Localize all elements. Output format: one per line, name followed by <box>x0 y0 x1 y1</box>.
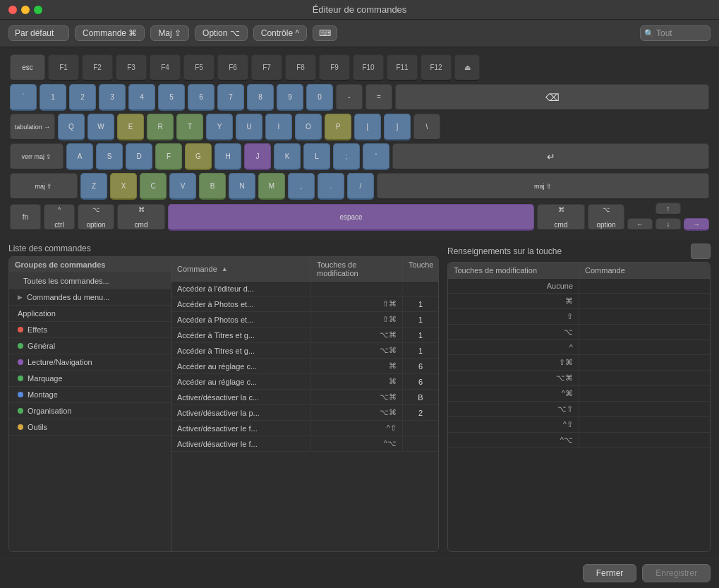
key-v[interactable]: V <box>169 173 196 200</box>
cmd-button[interactable]: Commande ⌘ <box>75 25 145 41</box>
key-cmd-right[interactable]: ⌘cmd <box>537 204 585 231</box>
key-m[interactable]: M <box>258 173 285 200</box>
key-1[interactable]: 1 <box>40 84 66 111</box>
info-row-ctrl-opt[interactable]: ^⌥ <box>448 433 710 448</box>
key-x[interactable]: X <box>110 173 137 200</box>
key-arrow-up[interactable]: ↑ <box>655 203 681 215</box>
info-row-ctrl-shift[interactable]: ^⇧ <box>448 417 710 433</box>
key-8[interactable]: 8 <box>247 84 274 111</box>
cmd-row-5[interactable]: Accéder au réglage c... ⌘ 6 <box>171 359 438 374</box>
key-y[interactable]: Y <box>206 114 233 140</box>
info-row-ctrl[interactable]: ^ <box>448 340 710 355</box>
cmd-row-7[interactable]: Activer/désactiver la c... ⌥⌘ B <box>171 390 438 405</box>
key-f11[interactable]: F11 <box>387 54 418 81</box>
group-effets[interactable]: Effets <box>9 322 171 338</box>
key-arrow-right[interactable]: → <box>684 218 709 231</box>
key-f5[interactable]: F5 <box>183 54 215 81</box>
cmd-row-6[interactable]: Accéder au réglage c... ⌘ 6 <box>171 374 438 390</box>
key-slash[interactable]: / <box>347 173 374 200</box>
key-f9[interactable]: F9 <box>319 54 350 81</box>
group-montage[interactable]: Montage <box>9 387 171 403</box>
close-button[interactable]: Fermer <box>583 564 637 582</box>
info-row-opt-cmd[interactable]: ⌥⌘ <box>448 371 710 386</box>
key-quote[interactable]: ' <box>363 143 389 170</box>
key-comma[interactable]: , <box>288 173 315 200</box>
key-space[interactable]: espace <box>168 204 534 231</box>
cmd-row-4[interactable]: Accéder à Titres et g... ⌥⌘ 1 <box>171 343 438 359</box>
key-option-left[interactable]: ⌥option <box>78 204 114 231</box>
key-l[interactable]: L <box>303 143 330 170</box>
key-arrow-down[interactable]: ↓ <box>655 218 681 231</box>
key-k[interactable]: K <box>274 143 301 170</box>
info-row-shift[interactable]: ⇧ <box>448 309 710 325</box>
key-f7[interactable]: F7 <box>251 54 282 81</box>
cmd-row-10[interactable]: Activer/désactiver le f... ^⌥ <box>171 436 438 452</box>
key-eject[interactable]: ⏏ <box>454 54 480 81</box>
minimize-button[interactable] <box>21 6 30 14</box>
key-h[interactable]: H <box>215 143 241 170</box>
key-j[interactable]: J <box>244 143 271 170</box>
key-c[interactable]: C <box>140 173 167 200</box>
key-u[interactable]: U <box>236 114 262 140</box>
key-f3[interactable]: F3 <box>116 54 147 81</box>
info-row-ctrl-cmd[interactable]: ^⌘ <box>448 386 710 402</box>
group-application[interactable]: Application <box>9 306 171 322</box>
key-tab[interactable]: tabulation → <box>10 114 55 140</box>
maximize-button[interactable] <box>34 6 42 14</box>
cmd-row-2[interactable]: Accéder à Photos et... ⇧⌘ 1 <box>171 312 438 328</box>
key-i[interactable]: I <box>265 114 292 140</box>
cmd-row-3[interactable]: Accéder à Titres et g... ⌥⌘ 1 <box>171 328 438 343</box>
key-f[interactable]: F <box>155 143 182 170</box>
key-z[interactable]: Z <box>80 173 107 200</box>
key-s[interactable]: S <box>96 143 123 170</box>
key-e[interactable]: E <box>117 114 144 140</box>
key-6[interactable]: 6 <box>188 84 215 111</box>
key-9[interactable]: 9 <box>277 84 303 111</box>
preset-select[interactable]: Par défaut <box>8 25 69 41</box>
key-minus[interactable]: - <box>336 84 363 111</box>
key-arrow-left[interactable]: ← <box>627 218 653 231</box>
info-row-opt-shift[interactable]: ⌥⇧ <box>448 402 710 417</box>
info-row-option[interactable]: ⌥ <box>448 325 710 340</box>
search-input[interactable] <box>640 25 711 41</box>
cmd-row-8[interactable]: Activer/désactiver la p... ⌥⌘ 2 <box>171 405 438 421</box>
info-box-button[interactable] <box>691 244 711 259</box>
key-f2[interactable]: F2 <box>82 54 113 81</box>
maj-button[interactable]: Maj ⇧ <box>150 25 189 41</box>
save-button[interactable]: Enregistrer <box>642 564 711 582</box>
key-backslash[interactable]: \ <box>413 114 440 140</box>
key-f10[interactable]: F10 <box>353 54 384 81</box>
key-fn[interactable]: fn <box>10 204 41 231</box>
key-r[interactable]: R <box>147 114 174 140</box>
group-marquage[interactable]: Marquage <box>9 371 171 387</box>
key-shift-left[interactable]: maj ⇧ <box>10 173 78 200</box>
key-3[interactable]: 3 <box>99 84 126 111</box>
key-return[interactable]: ↵ <box>392 143 709 170</box>
key-o[interactable]: O <box>295 114 322 140</box>
group-lecture[interactable]: Lecture/Navigation <box>9 354 171 371</box>
key-backtick[interactable]: ` <box>10 84 37 111</box>
key-d[interactable]: D <box>126 143 152 170</box>
key-esc[interactable]: esc <box>10 54 45 81</box>
group-menu-commands[interactable]: ▶ Commandes du menu... <box>9 289 171 306</box>
info-row-none[interactable]: Aucune <box>448 279 710 294</box>
key-5[interactable]: 5 <box>158 84 185 111</box>
group-outils[interactable]: Outils <box>9 419 171 436</box>
option-button[interactable]: Option ⌥ <box>195 25 248 41</box>
key-4[interactable]: 4 <box>128 84 155 111</box>
key-g[interactable]: G <box>185 143 212 170</box>
key-7[interactable]: 7 <box>217 84 244 111</box>
cmd-row-1[interactable]: Accéder à Photos et... ⇧⌘ 1 <box>171 296 438 312</box>
key-2[interactable]: 2 <box>69 84 96 111</box>
info-row-shift-cmd[interactable]: ⇧⌘ <box>448 355 710 371</box>
key-f12[interactable]: F12 <box>421 54 452 81</box>
key-0[interactable]: 0 <box>306 84 333 111</box>
key-option-right[interactable]: ⌥option <box>588 204 624 231</box>
key-b[interactable]: B <box>199 173 226 200</box>
keyboard-icon-button[interactable]: ⌨ <box>313 25 337 41</box>
key-rbracket[interactable]: ] <box>384 114 411 140</box>
key-w[interactable]: W <box>87 114 114 140</box>
key-equals[interactable]: = <box>365 84 392 111</box>
group-general[interactable]: Général <box>9 338 171 354</box>
key-f8[interactable]: F8 <box>285 54 316 81</box>
